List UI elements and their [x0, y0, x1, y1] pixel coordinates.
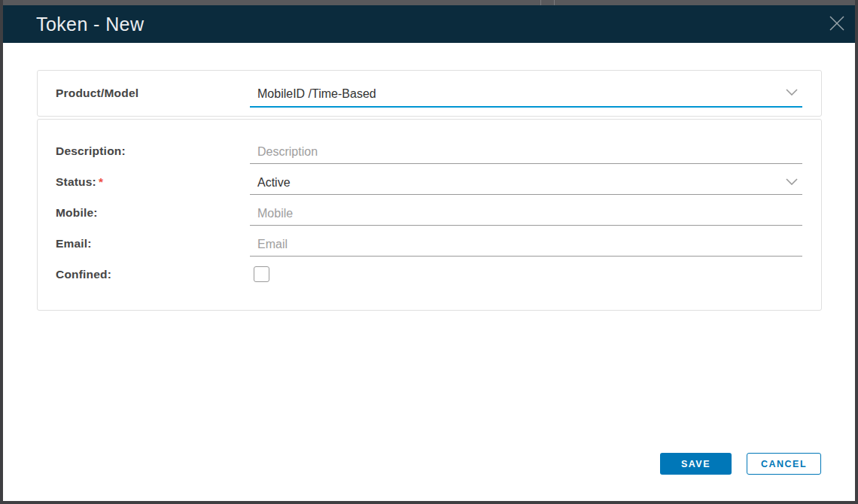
confined-checkbox[interactable]	[254, 266, 269, 282]
product-model-select[interactable]: MobileID /Time-Based	[250, 87, 802, 108]
status-label: Status:*	[56, 175, 250, 189]
close-button[interactable]	[826, 14, 847, 35]
window-frame: Token - New Product/Model MobileID /Time…	[0, 0, 858, 504]
token-details-section: Description: Status:* Active Mobil	[37, 119, 822, 311]
product-model-value: MobileID /Time-Based	[257, 87, 376, 100]
required-marker: *	[99, 175, 103, 188]
mobile-row: Mobile:	[56, 197, 802, 228]
token-new-dialog: Token - New Product/Model MobileID /Time…	[3, 5, 855, 501]
cancel-button[interactable]: CANCEL	[747, 453, 821, 475]
confined-label: Confined:	[56, 268, 250, 281]
description-row: Description:	[56, 135, 802, 166]
status-row: Status:* Active	[56, 166, 802, 197]
background-artifact	[540, 0, 541, 5]
mobile-field-wrap	[250, 199, 802, 226]
description-field-wrap	[250, 137, 802, 164]
chevron-down-icon	[786, 175, 798, 188]
email-input[interactable]	[257, 238, 802, 251]
save-button[interactable]: SAVE	[660, 453, 732, 475]
email-row: Email:	[56, 228, 802, 259]
email-field-wrap	[250, 229, 802, 257]
status-label-text: Status:	[56, 175, 96, 188]
description-input[interactable]	[257, 145, 802, 159]
dialog-header: Token - New	[3, 5, 855, 43]
chevron-down-icon	[786, 85, 798, 99]
confined-field-wrap	[250, 259, 802, 290]
status-select[interactable]: Active	[250, 168, 802, 195]
product-model-label: Product/Model	[56, 87, 138, 100]
mobile-input[interactable]	[257, 207, 802, 220]
dialog-title: Token - New	[36, 14, 144, 35]
background-strip	[3, 0, 855, 5]
close-icon	[828, 14, 846, 35]
status-value: Active	[257, 176, 291, 190]
background-artifact	[554, 0, 555, 5]
description-label: Description:	[56, 144, 250, 158]
confined-row: Confined:	[56, 259, 802, 290]
mobile-label: Mobile:	[56, 206, 250, 220]
email-label: Email:	[56, 237, 250, 250]
product-model-section: Product/Model MobileID /Time-Based	[37, 70, 822, 117]
